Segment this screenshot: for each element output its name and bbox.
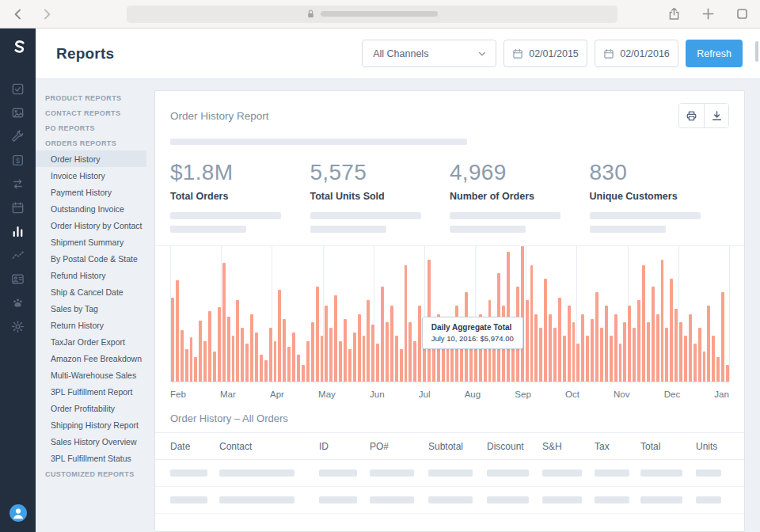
chart-bar[interactable] bbox=[390, 306, 393, 382]
chart-bar[interactable] bbox=[581, 314, 584, 382]
chart-bar[interactable] bbox=[521, 246, 524, 382]
chart-bar[interactable] bbox=[194, 357, 197, 382]
chart-bar[interactable] bbox=[213, 352, 216, 382]
chart-bar[interactable] bbox=[568, 306, 571, 382]
table-column-header[interactable]: Total bbox=[640, 441, 696, 452]
reports-nav-item[interactable]: Refund History bbox=[36, 267, 146, 283]
chart-bar[interactable] bbox=[408, 322, 412, 382]
table-row[interactable] bbox=[155, 487, 744, 514]
chart-bar[interactable] bbox=[190, 337, 193, 382]
reports-nav-item[interactable]: TaxJar Order Export bbox=[36, 333, 146, 350]
table-column-header[interactable]: Date bbox=[170, 441, 219, 452]
chart-bar[interactable] bbox=[576, 344, 580, 382]
chart-bar[interactable] bbox=[306, 341, 310, 382]
chart-bar[interactable] bbox=[376, 344, 379, 382]
chart-bar[interactable] bbox=[302, 365, 305, 382]
chart-bar[interactable] bbox=[413, 341, 416, 382]
chart-bar[interactable] bbox=[287, 347, 291, 382]
reports-nav-item[interactable]: 3PL Fulfillment Report bbox=[36, 383, 146, 400]
chart-bar[interactable] bbox=[633, 328, 636, 382]
chart-bar[interactable] bbox=[255, 332, 258, 382]
chart-bar[interactable] bbox=[661, 260, 664, 382]
date-from-input[interactable]: 02/01/2015 bbox=[504, 40, 587, 67]
chart-bar[interactable] bbox=[344, 319, 347, 382]
date-to-input[interactable]: 02/01/2016 bbox=[595, 40, 678, 67]
browser-address-bar[interactable] bbox=[127, 6, 618, 23]
chart-bar[interactable] bbox=[418, 306, 421, 382]
chart-bar[interactable] bbox=[619, 344, 622, 382]
chart-bar[interactable] bbox=[367, 300, 370, 382]
browser-forward-button[interactable] bbox=[40, 7, 54, 21]
chart-bar[interactable] bbox=[716, 357, 720, 382]
chart-bar[interactable] bbox=[297, 355, 300, 382]
chart-bar[interactable] bbox=[563, 336, 566, 382]
chart-bar[interactable] bbox=[386, 322, 389, 382]
chart-bar[interactable] bbox=[180, 330, 184, 382]
chart-bar[interactable] bbox=[218, 307, 221, 382]
table-row[interactable] bbox=[155, 460, 744, 487]
chart-bar[interactable] bbox=[227, 317, 230, 382]
chart-bar[interactable] bbox=[311, 322, 314, 382]
check-square-icon[interactable] bbox=[11, 82, 25, 96]
chart-bar[interactable] bbox=[647, 322, 650, 382]
table-column-header[interactable]: Units bbox=[696, 441, 729, 452]
chart-bar[interactable] bbox=[321, 336, 324, 382]
chart-bar[interactable] bbox=[703, 352, 706, 382]
wrench-icon[interactable] bbox=[11, 129, 25, 143]
table-column-header[interactable]: ID bbox=[319, 441, 370, 452]
paw-icon[interactable] bbox=[11, 295, 25, 310]
chart-bar[interactable] bbox=[689, 314, 692, 382]
chart-bar[interactable] bbox=[558, 298, 561, 382]
chart-bar[interactable] bbox=[623, 322, 626, 382]
chart-bar[interactable] bbox=[694, 344, 697, 382]
chart-bar[interactable] bbox=[334, 295, 337, 382]
chart-bar[interactable] bbox=[679, 322, 682, 382]
chart-bar[interactable] bbox=[208, 311, 211, 382]
reports-nav-item[interactable]: Payment History bbox=[36, 184, 146, 200]
chart-bar[interactable] bbox=[260, 355, 263, 382]
chart-bar[interactable] bbox=[176, 280, 179, 382]
chart-bar[interactable] bbox=[395, 336, 398, 382]
reports-nav-item[interactable]: Order Profitability bbox=[36, 400, 146, 416]
chart-bar[interactable] bbox=[250, 314, 253, 382]
chart-bar[interactable] bbox=[371, 325, 374, 382]
chart-bar[interactable] bbox=[199, 321, 202, 382]
chart-bar[interactable] bbox=[670, 279, 673, 382]
chart-bar[interactable] bbox=[203, 341, 207, 382]
calendar-icon[interactable] bbox=[11, 200, 25, 215]
chart-bar[interactable] bbox=[665, 328, 668, 382]
reports-nav-item[interactable]: 3PL Fulfillment Status bbox=[36, 450, 146, 466]
chart-bar[interactable] bbox=[642, 265, 645, 382]
chart-bar[interactable] bbox=[400, 349, 403, 382]
chart-bar[interactable] bbox=[353, 332, 356, 382]
share-icon[interactable] bbox=[667, 7, 681, 21]
gear-icon[interactable] bbox=[11, 319, 25, 333]
reports-nav-item[interactable]: Multi-Warehouse Sales bbox=[36, 367, 146, 383]
chart-bar[interactable] bbox=[232, 336, 235, 382]
chart-bar[interactable] bbox=[363, 336, 366, 382]
chart-bar[interactable] bbox=[591, 319, 594, 382]
chart-bar[interactable] bbox=[339, 341, 342, 382]
print-button[interactable] bbox=[679, 104, 704, 127]
reports-nav-item[interactable]: Shipping History Report bbox=[36, 416, 146, 433]
reports-nav-item[interactable]: Shipment Summary bbox=[36, 234, 146, 250]
chart-bar[interactable] bbox=[245, 344, 249, 382]
chart-bar[interactable] bbox=[600, 328, 603, 382]
reports-nav-item[interactable]: Order History bbox=[36, 150, 146, 167]
chart-bar[interactable] bbox=[712, 336, 715, 382]
chart-bar[interactable] bbox=[534, 314, 538, 382]
chart-bar[interactable] bbox=[405, 265, 408, 382]
chart-bar[interactable] bbox=[283, 319, 286, 382]
chart-bar[interactable] bbox=[348, 349, 352, 382]
chart-bar[interactable] bbox=[652, 287, 655, 382]
user-avatar[interactable] bbox=[9, 504, 28, 522]
contact-card-icon[interactable] bbox=[11, 272, 25, 286]
reports-nav-item[interactable]: By Postal Code & State bbox=[36, 250, 146, 267]
chart-bar[interactable] bbox=[684, 336, 687, 382]
reports-nav-item[interactable]: Invoice History bbox=[36, 167, 146, 184]
tabs-overview-icon[interactable] bbox=[735, 7, 749, 21]
chart-bar[interactable] bbox=[236, 300, 239, 382]
chart-bar[interactable] bbox=[325, 306, 328, 382]
chart-bar[interactable] bbox=[628, 306, 631, 382]
download-button[interactable] bbox=[704, 104, 728, 127]
